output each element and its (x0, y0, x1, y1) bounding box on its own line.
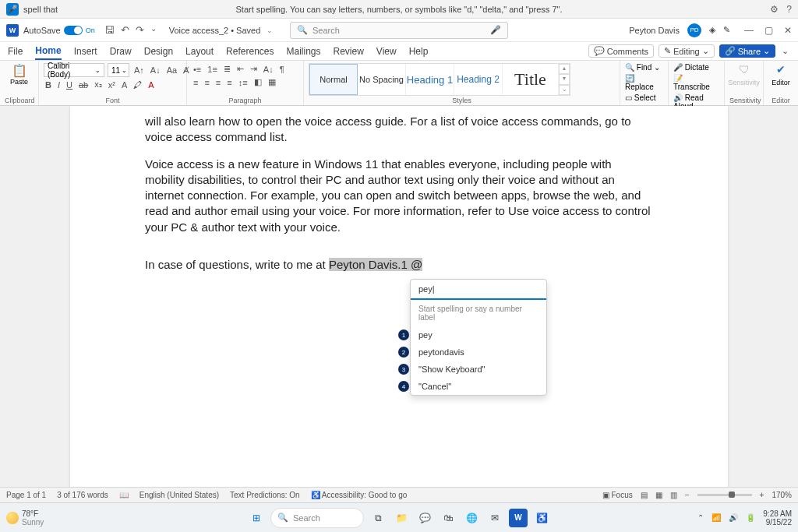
search-box[interactable]: 🔍 Search 🎤 (290, 22, 508, 39)
style-heading2[interactable]: Heading 2 (454, 64, 503, 95)
comments-button[interactable]: 💬 Comments (588, 44, 654, 58)
align-right-icon[interactable]: ≡ (214, 77, 222, 88)
borders-icon[interactable]: ▦ (267, 76, 277, 88)
document-title[interactable]: Voice access_2 • Saved (169, 26, 261, 35)
paragraph[interactable]: Voice access is a new feature in Windows… (145, 157, 653, 235)
selected-text[interactable]: Peyton Davis.1 @ (329, 258, 422, 271)
view-print-icon[interactable]: ▤ (641, 491, 648, 499)
search-mic-icon[interactable]: 🎤 (490, 25, 501, 35)
indent-icon[interactable]: ⇥ (249, 63, 259, 75)
highlight-icon[interactable]: 🖍 (132, 79, 143, 90)
change-case-icon[interactable]: Aa (165, 65, 178, 76)
tab-help[interactable]: Help (409, 44, 429, 59)
replace-button[interactable]: 🔄 Replace (625, 74, 663, 91)
tab-home[interactable]: Home (35, 43, 61, 60)
battery-icon[interactable]: 🔋 (746, 513, 755, 522)
align-left-icon[interactable]: ≡ (192, 77, 200, 88)
dictate-button[interactable]: 🎤 Dictate (673, 63, 709, 72)
shrink-font-icon[interactable]: A↓ (149, 65, 162, 76)
styles-down-icon[interactable]: ▾ (559, 74, 570, 84)
tab-design[interactable]: Design (144, 44, 173, 59)
pen-icon[interactable]: ✎ (723, 25, 730, 35)
tab-view[interactable]: View (376, 44, 397, 59)
mic-icon[interactable]: 🎤 (6, 3, 19, 16)
transcribe-button[interactable]: 📝 Transcribe (673, 74, 719, 91)
spell-option-4[interactable]: 4"Cancel" (411, 378, 546, 395)
word-taskbar-icon[interactable]: W (509, 509, 528, 527)
undo-icon[interactable]: ↶ (121, 24, 129, 36)
zoom-out-icon[interactable]: − (685, 491, 690, 499)
user-name[interactable]: Peyton Davis (629, 26, 680, 35)
focus-button[interactable]: ▣ Focus (602, 491, 633, 499)
view-web-icon[interactable]: ▥ (670, 491, 677, 499)
outdent-icon[interactable]: ⇤ (235, 63, 245, 75)
weather-widget[interactable]: 78°F Sunny (0, 509, 44, 527)
edge-icon[interactable]: 🌐 (462, 509, 481, 527)
word-count[interactable]: 3 of 176 words (57, 491, 108, 499)
share-button[interactable]: 🔗 Share ⌄ (719, 44, 775, 58)
tab-file[interactable]: File (8, 44, 23, 59)
accessibility-icon[interactable]: ♿ (532, 509, 551, 527)
spell-input[interactable]: pey| (411, 280, 546, 300)
style-title[interactable]: Title (503, 64, 559, 95)
document-area[interactable]: will also learn how to open the voice ac… (0, 106, 798, 502)
autosave-toggle[interactable]: AutoSave On (23, 26, 95, 35)
bullets-icon[interactable]: •≡ (192, 64, 203, 75)
volume-icon[interactable]: 🔊 (729, 513, 738, 522)
paragraph[interactable]: In case of questions, write to me at Pey… (145, 257, 653, 273)
underline-icon[interactable]: U (65, 79, 74, 90)
start-button[interactable]: ⊞ (247, 509, 266, 527)
superscript-icon[interactable]: x² (107, 79, 117, 90)
shading-icon[interactable]: ◧ (252, 76, 263, 88)
style-normal[interactable]: Normal (309, 64, 358, 95)
clock-date[interactable]: 9/15/22 (763, 518, 792, 527)
bold-icon[interactable]: B (44, 79, 53, 90)
tab-insert[interactable]: Insert (74, 44, 97, 59)
page-count[interactable]: Page 1 of 1 (6, 491, 46, 499)
editor-button[interactable]: Editor (772, 79, 790, 86)
tab-draw[interactable]: Draw (110, 44, 132, 59)
style-heading1[interactable]: Heading 1 (406, 64, 454, 95)
grow-font-icon[interactable]: A↑ (132, 65, 146, 76)
style-no-spacing[interactable]: No Spacing (358, 64, 406, 95)
tab-mailings[interactable]: Mailings (286, 44, 320, 59)
paragraph[interactable]: will also learn how to open the voice ac… (145, 114, 653, 146)
chevron-down-icon[interactable]: ⌄ (267, 26, 273, 34)
multilevel-icon[interactable]: ≣ (222, 63, 232, 75)
zoom-level[interactable]: 170% (772, 491, 792, 499)
tab-references[interactable]: References (226, 44, 274, 59)
italic-icon[interactable]: I (56, 79, 62, 90)
subscript-icon[interactable]: x₂ (93, 79, 104, 90)
wifi-icon[interactable]: 📶 (711, 513, 721, 522)
font-name-combo[interactable]: Calibri (Body)⌄ (44, 63, 104, 77)
taskbar-search[interactable]: 🔍 Search (270, 508, 364, 528)
task-view-icon[interactable]: ⧉ (369, 509, 387, 527)
styles-gallery[interactable]: Normal No Spacing Heading 1 Heading 2 Ti… (309, 63, 570, 96)
spell-option-3[interactable]: 3"Show Keyboard" (411, 361, 546, 378)
styles-more-icon[interactable]: ⌄ (559, 85, 570, 95)
paste-label[interactable]: Paste (10, 78, 28, 86)
help-icon[interactable]: ? (786, 4, 792, 15)
save-icon[interactable]: 🖫 (104, 24, 115, 36)
font-color-icon[interactable]: A (147, 79, 155, 90)
strike-icon[interactable]: ab (77, 79, 90, 90)
show-marks-icon[interactable]: ¶ (278, 64, 286, 75)
text-predictions[interactable]: Text Predictions: On (230, 491, 299, 499)
close-button[interactable]: ✕ (784, 25, 792, 36)
ribbon-collapse-icon[interactable]: ⌄ (780, 45, 790, 57)
numbering-icon[interactable]: 1≡ (206, 64, 219, 75)
mail-icon[interactable]: ✉ (486, 509, 504, 527)
font-size-combo[interactable]: 11⌄ (108, 63, 129, 77)
explorer-icon[interactable]: 📁 (392, 509, 411, 527)
styles-up-icon[interactable]: ▴ (559, 64, 570, 74)
accessibility-status[interactable]: ♿ Accessibility: Good to go (311, 491, 408, 499)
tab-review[interactable]: Review (334, 44, 364, 59)
justify-icon[interactable]: ≡ (225, 77, 233, 88)
minimize-button[interactable]: — (744, 25, 754, 36)
document-page[interactable]: will also learn how to open the voice ac… (70, 106, 728, 502)
sort-icon[interactable]: A↓ (262, 64, 275, 75)
redo-icon[interactable]: ↷ (136, 24, 144, 36)
editing-mode-button[interactable]: ✎ Editing ⌄ (659, 44, 715, 58)
clock-time[interactable]: 9:28 AM (763, 509, 792, 518)
maximize-button[interactable]: ▢ (764, 25, 773, 36)
